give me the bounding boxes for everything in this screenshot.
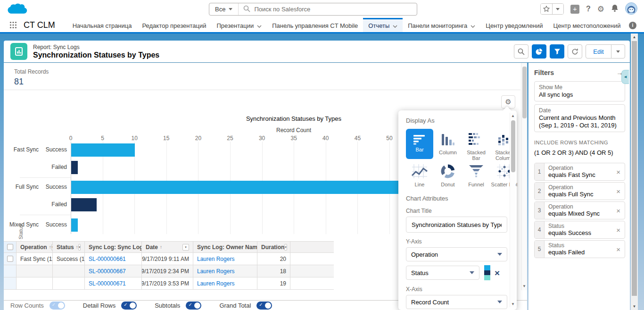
y-axis-select[interactable]: Operation [406,247,507,261]
column-menu-button[interactable]: ▾ [284,244,287,251]
x-axis-select[interactable]: Record Count [406,295,507,309]
scroll-up-icon[interactable]: ▲ [510,114,516,118]
y-axis-2-select[interactable]: Status [406,266,479,280]
chart-type-bar[interactable]: Bar [406,129,433,159]
toggle-subtotals[interactable]: ✓ [186,302,201,310]
toggle-row-counts[interactable]: ✓ [50,302,65,310]
tab-отчеты[interactable]: Отчеты [363,18,403,32]
bar-group-failed[interactable] [71,161,78,174]
filter-body: Statusequals Success [545,221,616,238]
scroll-down-icon[interactable]: ▼ [510,302,516,306]
chart-type-stacked-bar[interactable]: Stacked Bar [462,129,490,161]
bar-chart-icon [406,133,433,147]
scrollbar-thumb[interactable] [632,41,637,296]
column-header-status[interactable]: Status↑▾ [53,242,85,252]
edit-button[interactable]: Edit [586,44,611,59]
filter-2-operation[interactable]: 2Operationequals Full Sync× [534,182,625,200]
remove-filter-icon[interactable]: × [616,202,625,219]
row-select-cell [4,253,17,265]
scrollbar-thumb[interactable] [511,120,515,172]
chart-type-donut[interactable]: Donut [434,161,462,187]
tab-редактор-презентаций[interactable]: Редактор презентаций [137,18,211,32]
remove-filter-icon[interactable]: × [616,163,625,180]
chart-type-column[interactable]: Column [434,129,462,161]
chart-type-funnel[interactable]: Funnel [462,161,490,187]
check-icon: ✓ [188,302,192,307]
show-me-filter-card[interactable]: Show Me All sync logs [534,81,625,101]
filter-3-operation[interactable]: 3Operationequals Mixed Sync× [534,201,625,219]
sync_log-link[interactable]: SL-000000667 [89,268,126,275]
sync_log-link[interactable]: SL-000000671 [89,280,126,287]
select-all-checkbox[interactable] [7,244,13,250]
filter-1-operation[interactable]: 1Operationequals Fast Sync× [534,163,625,181]
scroll-down-icon[interactable]: ▼ [631,304,638,309]
info-icon[interactable]: i [629,22,636,29]
filter-4-status[interactable]: 4Statusequals Success× [534,221,625,239]
tab-label: Редактор презентаций [142,22,206,29]
remove-filter-icon[interactable]: × [616,241,625,258]
notifications-bell-icon[interactable] [611,4,619,14]
tab-центр-уведомлений[interactable]: Центр уведомлений [480,18,548,32]
panel-scrollbar[interactable]: ▲ ▼ [510,113,516,307]
bar-mixed-sync-success[interactable] [71,218,78,232]
filter-body: Statusequals Failed [545,241,616,258]
scrollbar-thumb[interactable] [522,67,527,118]
toggle-chart-button[interactable] [532,44,546,59]
scroll-up-icon[interactable]: ▲ [631,35,638,39]
toggle-filters-button[interactable] [550,44,564,59]
favorites-list-button[interactable] [552,4,563,14]
bar-group-failed[interactable] [71,198,97,211]
favorites-star-button[interactable] [541,4,552,14]
refresh-button[interactable] [568,44,582,59]
owner-link[interactable]: Lauren Rogers [197,256,234,262]
help-icon[interactable]: ? [586,5,591,13]
panel-collapse-tab[interactable]: ◀ [621,70,629,84]
global-add-button[interactable]: + [570,5,579,14]
filter-5-status[interactable]: 5Statusequals Failed× [534,240,625,258]
tab-начальная-страница[interactable]: Начальная страница [67,18,137,32]
tab-панель-управления-ct-mobile[interactable]: Панель управления CT Mobile [267,18,363,32]
scroll-down-icon[interactable]: ▼ [521,284,527,288]
total-records-value: 81 [14,77,24,87]
toggle-label-grand-total: Grand Total [219,302,251,309]
column-menu-button[interactable]: ▾ [78,244,81,251]
user-avatar[interactable] [625,2,637,16]
search-scope-select[interactable]: Все [209,3,239,15]
toggle-detail-rows[interactable]: ✓ [121,302,137,310]
chart-type-label: Funnel [462,182,490,187]
chart-type-line[interactable]: Line [406,161,433,187]
owner-link[interactable]: Lauren Rogers [197,268,234,275]
edit-more-button[interactable] [611,44,625,59]
check-icon: ✓ [259,302,263,307]
chart-title-input[interactable] [406,217,507,233]
tab-label: Панель управления CT Mobile [272,22,358,29]
x-tick: 0 [69,135,73,142]
sync_log-link[interactable]: SL-000000661 [89,256,126,262]
chart-type-label: Donut [434,182,462,187]
column-header-date[interactable]: Date↑▾ [142,242,193,252]
search-input[interactable] [254,6,412,13]
column-menu-button[interactable]: ▾ [182,244,189,251]
report-search-button[interactable] [514,44,528,59]
column-header-sync-log-owner-name[interactable]: Sync Log: Owner Name▾ [193,242,257,252]
tab-панели-мониторинга[interactable]: Панели мониторинга [403,18,480,32]
column-header-duration[interactable]: Duration▾ [257,242,290,252]
tab-центр-местоположений[interactable]: Центр местоположений [548,18,626,32]
filter-number: 2 [535,183,545,200]
content-scrollbar[interactable]: ▼ [521,63,527,290]
app-launcher-icon[interactable] [9,21,17,32]
window-scrollbar[interactable]: ▲ ▼ [631,34,638,310]
column-header-operation[interactable]: Operation↑▾ [17,242,53,252]
setup-gear-icon[interactable]: ⚙ [597,4,604,14]
toggle-grand-total[interactable]: ✓ [256,302,272,310]
remove-grouping-icon[interactable]: × [495,268,500,277]
remove-filter-icon[interactable]: × [616,221,625,238]
row-checkbox[interactable] [7,256,13,262]
bar-fast-sync-success[interactable] [71,143,135,157]
remove-filter-icon[interactable]: × [616,183,625,200]
owner-link[interactable]: Lauren Rogers [197,280,234,287]
column-header-sync-log-sync-log[interactable]: Sync Log: Sync Log▾ [85,242,142,252]
tab-презентации[interactable]: Презентации [212,18,267,32]
chart-settings-gear-button[interactable]: ⚙ [501,95,515,109]
date-filter-card[interactable]: Date Current and Previous Month (Sep 1, … [534,104,625,132]
